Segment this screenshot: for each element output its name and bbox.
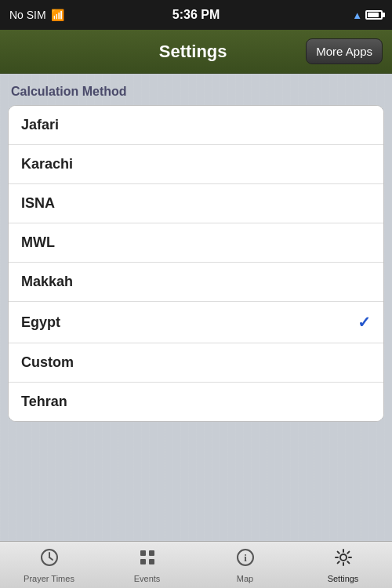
list-item-label-mwl: MWL (21, 234, 55, 251)
svg-text:i: i (244, 552, 247, 564)
list-item-isna[interactable]: ISNA (9, 184, 383, 223)
list-item-mwl[interactable]: MWL (9, 223, 383, 263)
list-item-tehran[interactable]: Tehran (9, 383, 383, 421)
tab-label-map: Map (237, 574, 253, 583)
svg-line-2 (49, 557, 53, 560)
svg-rect-6 (149, 559, 154, 564)
list-item-custom[interactable]: Custom (9, 343, 383, 383)
status-right: ▲ (352, 9, 383, 21)
tab-bar: Prayer Times Events i Map Settings (0, 541, 392, 588)
calculation-method-list: JafariKarachiISNAMWLMakkahEgypt✓CustomTe… (8, 105, 384, 422)
list-item-label-isna: ISNA (21, 195, 55, 212)
wifi-icon: 📶 (51, 9, 64, 21)
tab-events[interactable]: Events (98, 543, 196, 588)
clock-icon (39, 547, 60, 572)
list-item-label-makkah: Makkah (21, 274, 73, 290)
list-item-label-egypt: Egypt (21, 314, 60, 331)
tab-map[interactable]: i Map (196, 543, 294, 588)
list-item-label-tehran: Tehran (21, 394, 67, 410)
battery-icon (365, 10, 383, 20)
tab-settings[interactable]: Settings (294, 543, 392, 588)
gear-icon (333, 547, 354, 572)
tab-label-settings: Settings (328, 574, 359, 583)
svg-rect-5 (140, 559, 146, 564)
list-item-jafari[interactable]: Jafari (9, 106, 383, 145)
more-apps-button[interactable]: More Apps (306, 38, 383, 64)
list-item-makkah[interactable]: Makkah (9, 263, 383, 302)
svg-point-9 (340, 554, 347, 561)
section-header: Calculation Method (8, 85, 384, 99)
svg-rect-4 (149, 550, 154, 556)
grid-icon (137, 547, 158, 572)
list-item-label-jafari: Jafari (21, 117, 59, 133)
list-item-karachi[interactable]: Karachi (9, 145, 383, 184)
svg-rect-3 (140, 550, 146, 556)
tab-label-prayer-times: Prayer Times (24, 574, 74, 583)
status-left: No SIM 📶 (9, 9, 64, 21)
status-bar: No SIM 📶 5:36 PM ▲ (0, 0, 392, 30)
time-label: 5:36 PM (172, 8, 220, 22)
list-item-egypt[interactable]: Egypt✓ (9, 302, 383, 343)
nav-bar: Settings More Apps (0, 30, 392, 74)
info-icon: i (235, 547, 256, 572)
list-item-label-custom: Custom (21, 354, 74, 371)
page-title: Settings (80, 42, 306, 62)
location-icon: ▲ (352, 9, 362, 21)
content-area: Calculation Method JafariKarachiISNAMWLM… (0, 74, 392, 541)
tab-label-events: Events (134, 574, 161, 583)
tab-prayer-times[interactable]: Prayer Times (0, 543, 98, 588)
list-item-label-karachi: Karachi (21, 156, 73, 172)
checkmark-egypt: ✓ (358, 313, 371, 332)
carrier-label: No SIM (9, 9, 46, 21)
